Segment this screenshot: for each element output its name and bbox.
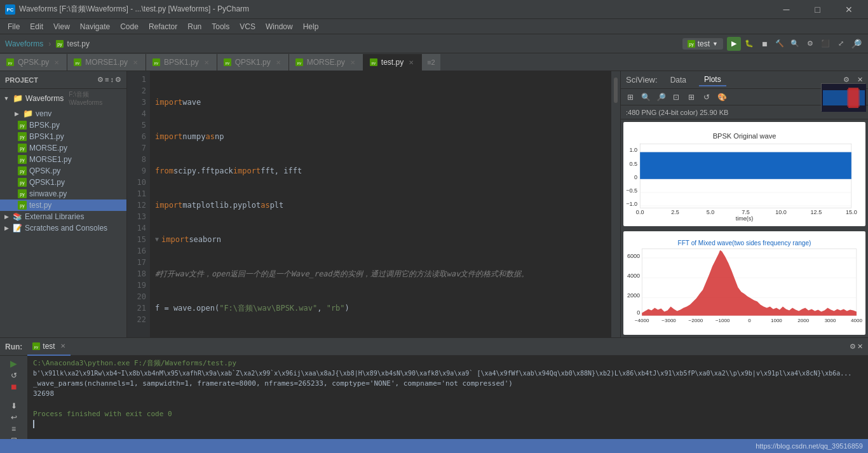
- menu-vcs[interactable]: VCS: [234, 19, 261, 34]
- tab-qpsk1[interactable]: py QPSK1.py ✕: [217, 54, 289, 71]
- run-tab-test[interactable]: py test ✕: [27, 338, 70, 356]
- run-rerun-button[interactable]: ↺: [7, 371, 21, 380]
- svg-text:BPSK Original wave: BPSK Original wave: [713, 132, 776, 140]
- bpsk-wave-svg: BPSK Original wave 1.0 0.5 0 −0.5 −1.0: [626, 125, 863, 225]
- sidebar-item-qpsk[interactable]: py QPSK.py: [0, 165, 126, 177]
- run-settings-icon[interactable]: ⚙: [850, 342, 856, 351]
- run-play-button[interactable]: ▶: [7, 358, 21, 368]
- fit-icon[interactable]: ⊞: [623, 90, 637, 104]
- tab-morse1[interactable]: py MORSE1.py ✕: [67, 54, 146, 71]
- tab-bpsk1[interactable]: py BPSK1.py ✕: [146, 54, 217, 71]
- svg-text:py: py: [689, 42, 694, 47]
- sciview-tab-data[interactable]: Data: [665, 74, 691, 86]
- sciview-tab-plots[interactable]: Plots: [699, 74, 726, 86]
- run-button[interactable]: ▶: [727, 37, 741, 51]
- run-scroll-end-button[interactable]: ⬇: [7, 402, 21, 410]
- svg-text:py: py: [226, 61, 229, 65]
- menu-view[interactable]: View: [48, 19, 75, 34]
- svg-text:py: py: [58, 42, 63, 47]
- sidebar-collapse-icon[interactable]: ≡: [105, 76, 109, 84]
- tab-morse1-close[interactable]: ✕: [132, 58, 139, 67]
- sidebar-item-bpsk[interactable]: py BPSK.py: [0, 119, 126, 131]
- zoom-fit-icon[interactable]: ⊞: [684, 90, 698, 104]
- menu-window[interactable]: Window: [261, 19, 298, 34]
- settings-nav-button[interactable]: ⚙: [803, 37, 817, 51]
- sidebar-item-bpsk1[interactable]: py BPSK1.py: [0, 131, 126, 142]
- stop-button[interactable]: ⏹: [757, 37, 771, 51]
- run-stop-button[interactable]: ⏹: [7, 382, 21, 391]
- expand-button[interactable]: ⤢: [834, 37, 848, 51]
- py-icon: py: [18, 144, 27, 152]
- run-filter-button[interactable]: ⊟: [7, 436, 21, 439]
- tab-morse[interactable]: py MORSE.py ✕: [289, 54, 363, 71]
- sidebar-item-scratches[interactable]: ▶ 📝 Scratches and Consoles: [0, 222, 126, 234]
- run-tree-button[interactable]: ≡: [7, 424, 21, 433]
- svg-text:0: 0: [634, 174, 637, 180]
- sidebar-settings-icon[interactable]: ⚙: [97, 76, 104, 84]
- tab-qpsk[interactable]: py QPSK.py ✕: [0, 54, 67, 71]
- thumbnail-preview: [821, 83, 865, 111]
- run-wrap-button[interactable]: ↩: [7, 413, 21, 422]
- debug-button[interactable]: 🐛: [742, 37, 756, 51]
- tab-counter[interactable]: ≡2: [422, 54, 440, 71]
- frame-button[interactable]: ⬛: [818, 37, 832, 51]
- sidebar-item-morse[interactable]: py MORSE.py: [0, 142, 126, 154]
- tab-bpsk1-close[interactable]: ✕: [203, 58, 210, 67]
- minimize-button[interactable]: ─: [772, 0, 801, 19]
- sidebar-item-sinwave[interactable]: py sinwave.py: [0, 188, 126, 199]
- breadcrumb-root[interactable]: Waveforms: [5, 39, 43, 48]
- zoom-out-icon[interactable]: 🔎: [654, 90, 668, 104]
- svg-text:−1.0: −1.0: [626, 201, 637, 207]
- sidebar-item-venv[interactable]: ▶ 📁 venv: [0, 107, 126, 119]
- chevron-down-icon: ▼: [712, 41, 718, 47]
- breadcrumb-file[interactable]: py test.py: [56, 39, 90, 48]
- menu-code[interactable]: Code: [115, 19, 144, 34]
- run-tab-close[interactable]: ✕: [60, 342, 65, 349]
- search-everywhere-button[interactable]: 🔎: [849, 37, 863, 51]
- tab-qpsk1-close[interactable]: ✕: [275, 58, 282, 67]
- editor-scrollbar[interactable]: [611, 71, 620, 337]
- tab-test-close[interactable]: ✕: [407, 58, 415, 67]
- menu-navigate[interactable]: Navigate: [75, 19, 115, 34]
- menu-refactor[interactable]: Refactor: [144, 19, 182, 34]
- rotate-icon[interactable]: ↺: [700, 90, 714, 104]
- tab-qpsk-close[interactable]: ✕: [53, 58, 60, 67]
- svg-text:−4000: −4000: [635, 317, 649, 323]
- svg-text:py: py: [154, 61, 158, 65]
- py-icon: py: [18, 166, 27, 175]
- code-editor[interactable]: 12345 678910 1112131415 1617181920 2122 …: [127, 71, 620, 337]
- py-file-icon: py: [370, 58, 377, 66]
- sidebar-item-test[interactable]: py test.py: [0, 199, 126, 211]
- statusbar: https://blog.csdn.net/qq_39516859: [0, 439, 868, 453]
- code-content[interactable]: import wave import numpy as np from scip…: [150, 71, 611, 337]
- color-icon[interactable]: 🎨: [715, 90, 729, 104]
- tab-test[interactable]: py test.py ✕: [363, 54, 422, 71]
- svg-text:py: py: [20, 146, 25, 151]
- toolbar-right: py test ▼ ▶ 🐛 ⏹ 🔨 🔍 ⚙ ⬛ ⤢ 🔎: [682, 37, 863, 51]
- zoom-reset-icon[interactable]: ⊡: [669, 90, 683, 104]
- menu-edit[interactable]: Edit: [25, 19, 48, 34]
- menu-run[interactable]: Run: [182, 19, 207, 34]
- sidebar-item-morse1[interactable]: py MORSE1.py: [0, 154, 126, 165]
- zoom-in-icon[interactable]: 🔍: [639, 90, 653, 104]
- scratches-icon: 📝: [13, 224, 22, 233]
- sidebar-title: Project: [5, 76, 38, 84]
- maximize-button[interactable]: □: [803, 0, 832, 19]
- search-button[interactable]: 🔍: [788, 37, 802, 51]
- svg-rect-37: [848, 88, 858, 108]
- sidebar-item-qpsk1[interactable]: py QPSK1.py: [0, 177, 126, 188]
- sidebar-item-ext-libs[interactable]: ▶ 📚 External Libraries: [0, 211, 126, 222]
- sidebar-tree: ▼ 📁 Waveforms F:\音频\Waveforms ▶ 📁 venv p…: [0, 89, 126, 337]
- menu-tools[interactable]: Tools: [207, 19, 234, 34]
- sidebar-gear-icon[interactable]: ⚙: [115, 76, 121, 84]
- run-config[interactable]: py test ▼: [682, 38, 723, 50]
- sidebar-expand-icon[interactable]: ↕: [111, 76, 114, 84]
- tab-morse-close[interactable]: ✕: [349, 58, 356, 67]
- close-button[interactable]: ✕: [834, 0, 863, 19]
- run-close-icon[interactable]: ✕: [857, 342, 863, 351]
- menu-file[interactable]: File: [3, 19, 25, 34]
- sidebar-item-waveforms[interactable]: ▼ 📁 Waveforms F:\音频\Waveforms: [0, 89, 126, 107]
- sidebar-scratches-label: Scratches and Consoles: [25, 224, 107, 233]
- build-button[interactable]: 🔨: [773, 37, 787, 51]
- menu-help[interactable]: Help: [298, 19, 324, 34]
